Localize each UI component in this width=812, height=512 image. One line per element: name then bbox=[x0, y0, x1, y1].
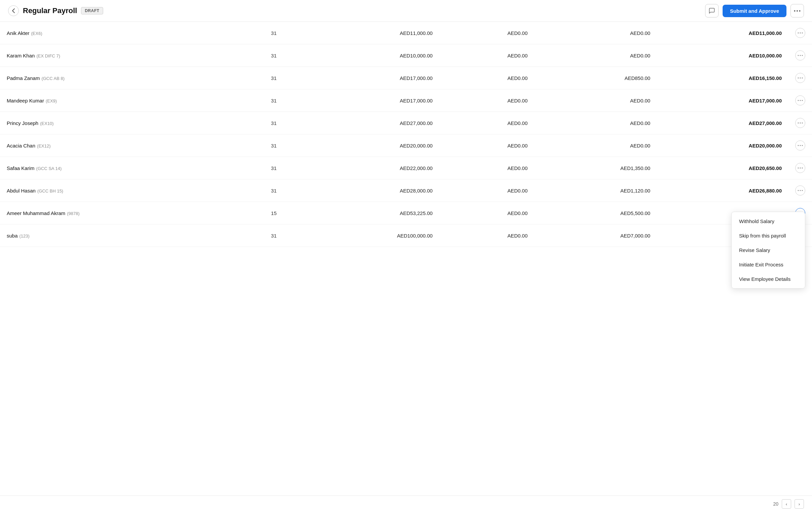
next-page-button[interactable]: › bbox=[794, 499, 804, 509]
svg-point-18 bbox=[798, 145, 799, 146]
gross-salary: AED20,000.00 bbox=[301, 134, 439, 157]
net-pay: AED27,000.00 bbox=[657, 112, 788, 134]
employee-code: (GCC AB 8) bbox=[41, 76, 64, 81]
deductions: AED850.00 bbox=[534, 67, 657, 89]
employee-name: Karam Khan bbox=[7, 53, 35, 58]
working-days: 31 bbox=[247, 179, 301, 202]
header-more-button[interactable] bbox=[790, 4, 804, 18]
deductions: AED0.00 bbox=[534, 112, 657, 134]
page-header: Regular Payroll DRAFT Submit and Approve bbox=[0, 0, 812, 22]
employee-code: (EX12) bbox=[37, 144, 51, 149]
additions: AED0.00 bbox=[439, 44, 534, 67]
svg-point-24 bbox=[798, 190, 799, 191]
working-days: 31 bbox=[247, 22, 301, 44]
additions: AED0.00 bbox=[439, 224, 534, 247]
employee-name-cell: Padma Zanam (GCC AB 8) bbox=[0, 67, 247, 89]
employee-name: Princy Joseph bbox=[7, 120, 38, 126]
additions: AED0.00 bbox=[439, 89, 534, 112]
employee-code: (GCC SA 14) bbox=[36, 166, 62, 171]
svg-point-3 bbox=[798, 33, 799, 34]
employee-name: Mandeep Kumar bbox=[7, 98, 44, 103]
back-button[interactable] bbox=[8, 5, 19, 16]
table-row: Princy Joseph (EX10) 31AED27,000.00AED0.… bbox=[0, 112, 812, 134]
row-more-button[interactable] bbox=[795, 51, 805, 60]
svg-point-15 bbox=[798, 123, 799, 124]
net-pay: AED16,150.00 bbox=[657, 67, 788, 89]
row-action-cell bbox=[788, 134, 812, 157]
net-pay: AED10,000.00 bbox=[657, 44, 788, 67]
svg-point-21 bbox=[798, 168, 799, 169]
deductions: AED5,500.00 bbox=[534, 202, 657, 224]
dropdown-item-revise-salary[interactable]: Revise Salary bbox=[732, 243, 805, 257]
gross-salary: AED22,000.00 bbox=[301, 157, 439, 179]
svg-point-2 bbox=[799, 10, 801, 11]
svg-point-20 bbox=[802, 145, 803, 146]
action-dropdown-menu: Withhold SalarySkip from this payrollRev… bbox=[731, 212, 805, 289]
employee-name: Abdul Hasan bbox=[7, 188, 36, 193]
net-pay: AED20,000.00 bbox=[657, 134, 788, 157]
working-days: 31 bbox=[247, 112, 301, 134]
gross-salary: AED10,000.00 bbox=[301, 44, 439, 67]
dropdown-item-view-employee-details[interactable]: View Employee Details bbox=[732, 272, 805, 286]
employee-code: (123) bbox=[20, 234, 30, 239]
working-days: 31 bbox=[247, 89, 301, 112]
payroll-table-container: Anik Akter (EX6) 31AED11,000.00AED0.00AE… bbox=[0, 22, 812, 495]
row-more-button[interactable] bbox=[795, 95, 805, 106]
prev-page-button[interactable]: ‹ bbox=[782, 499, 791, 509]
payroll-table: Anik Akter (EX6) 31AED11,000.00AED0.00AE… bbox=[0, 22, 812, 247]
page-title: Regular Payroll bbox=[23, 6, 77, 15]
working-days: 31 bbox=[247, 67, 301, 89]
row-more-button[interactable] bbox=[795, 28, 805, 38]
svg-point-7 bbox=[800, 55, 801, 56]
additions: AED0.00 bbox=[439, 202, 534, 224]
deductions: AED7,000.00 bbox=[534, 224, 657, 247]
employee-code: (GCC BH 15) bbox=[37, 188, 63, 193]
additions: AED0.00 bbox=[439, 22, 534, 44]
employee-name-cell: Mandeep Kumar (EX9) bbox=[0, 89, 247, 112]
dropdown-item-skip-from-this-payroll[interactable]: Skip from this payroll bbox=[732, 229, 805, 243]
employee-name-cell: Anik Akter (EX6) bbox=[0, 22, 247, 44]
svg-point-8 bbox=[802, 55, 803, 56]
row-more-button[interactable] bbox=[795, 163, 805, 173]
footer-bar: 20 ‹ › bbox=[0, 495, 812, 512]
dropdown-item-withhold-salary[interactable]: Withhold Salary bbox=[732, 214, 805, 229]
row-more-button[interactable] bbox=[795, 141, 805, 151]
table-row: Anik Akter (EX6) 31AED11,000.00AED0.00AE… bbox=[0, 22, 812, 44]
table-row: suba (123) 31AED100,000.00AED0.00AED7,00… bbox=[0, 224, 812, 247]
svg-point-1 bbox=[796, 10, 798, 11]
chat-button[interactable] bbox=[705, 4, 719, 18]
row-more-button[interactable] bbox=[795, 118, 805, 128]
working-days: 31 bbox=[247, 134, 301, 157]
employee-name-cell: Princy Joseph (EX10) bbox=[0, 112, 247, 134]
working-days: 31 bbox=[247, 157, 301, 179]
row-more-button[interactable] bbox=[795, 73, 805, 83]
employee-code: (9878) bbox=[67, 211, 80, 216]
svg-point-10 bbox=[800, 78, 801, 79]
additions: AED0.00 bbox=[439, 179, 534, 202]
dropdown-item-initiate-exit-process[interactable]: Initiate Exit Process bbox=[732, 257, 805, 272]
table-row: Acacia Chan (EX12) 31AED20,000.00AED0.00… bbox=[0, 134, 812, 157]
deductions: AED1,350.00 bbox=[534, 157, 657, 179]
row-more-button[interactable] bbox=[795, 185, 805, 195]
gross-salary: AED11,000.00 bbox=[301, 22, 439, 44]
row-action-cell bbox=[788, 44, 812, 67]
submit-approve-button[interactable]: Submit and Approve bbox=[723, 5, 786, 17]
table-row: Abdul Hasan (GCC BH 15) 31AED28,000.00AE… bbox=[0, 179, 812, 202]
additions: AED0.00 bbox=[439, 157, 534, 179]
row-action-cell bbox=[788, 157, 812, 179]
svg-point-9 bbox=[798, 78, 799, 79]
employee-name-cell: suba (123) bbox=[0, 224, 247, 247]
deductions: AED0.00 bbox=[534, 44, 657, 67]
row-action-cell bbox=[788, 22, 812, 44]
net-pay: AED20,650.00 bbox=[657, 157, 788, 179]
gross-salary: AED100,000.00 bbox=[301, 224, 439, 247]
svg-point-17 bbox=[802, 123, 803, 124]
row-action-cell bbox=[788, 89, 812, 112]
employee-name-cell: Abdul Hasan (GCC BH 15) bbox=[0, 179, 247, 202]
svg-point-14 bbox=[802, 100, 803, 101]
table-row: Mandeep Kumar (EX9) 31AED17,000.00AED0.0… bbox=[0, 89, 812, 112]
svg-point-13 bbox=[800, 100, 801, 101]
table-row: Padma Zanam (GCC AB 8) 31AED17,000.00AED… bbox=[0, 67, 812, 89]
net-pay: AED17,000.00 bbox=[657, 89, 788, 112]
employee-name: Safaa Karim bbox=[7, 165, 35, 171]
